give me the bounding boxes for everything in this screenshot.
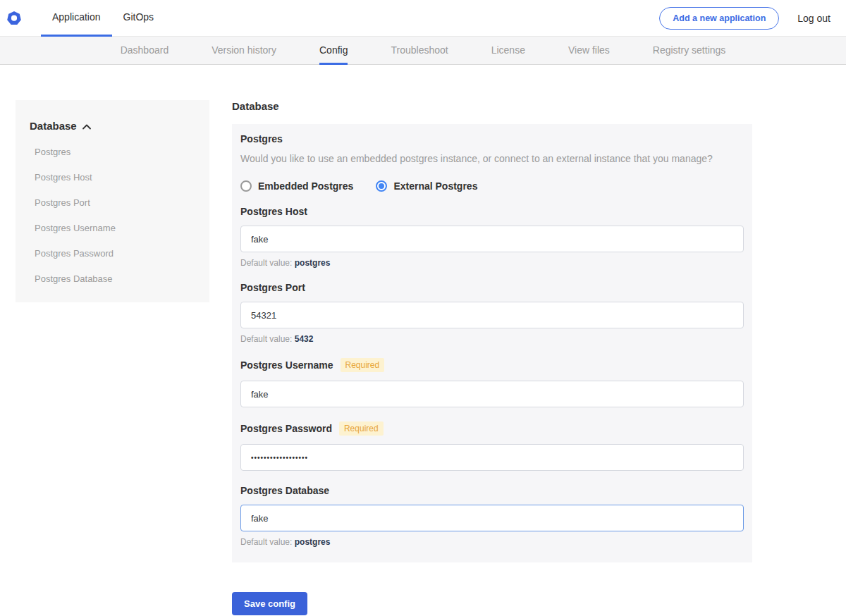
subnav-item-config[interactable]: Config <box>319 37 348 65</box>
radio-label: Embedded Postgres <box>258 180 353 192</box>
postgres-username-input[interactable] <box>240 381 744 407</box>
field-postgres-database: Postgres Database Default value: postgre… <box>240 485 744 547</box>
required-badge: Required <box>339 421 384 436</box>
sidebar-item-postgres-username[interactable]: Postgres Username <box>30 223 195 233</box>
field-label: Postgres Port <box>240 282 305 293</box>
postgres-database-input[interactable] <box>240 505 744 531</box>
subnav-item-view-files[interactable]: View files <box>568 37 610 65</box>
tab-gitops[interactable]: GitOps <box>112 0 166 37</box>
field-postgres-port: Postgres Port Default value: 5432 <box>240 282 744 344</box>
sidebar-item-postgres-database[interactable]: Postgres Database <box>30 273 195 284</box>
radio-checked-icon <box>376 180 387 192</box>
database-config-panel: Postgres Would you like to use an embedd… <box>232 124 752 562</box>
sidebar-group-label: Database <box>30 120 77 132</box>
topnav-right: Add a new application Log out <box>659 7 846 30</box>
logout-link[interactable]: Log out <box>797 13 830 24</box>
subnav-item-license[interactable]: License <box>491 37 525 65</box>
radio-label: External Postgres <box>393 180 477 192</box>
radio-unchecked-icon <box>240 180 252 192</box>
app-sub-nav: Dashboard Version history Config Trouble… <box>0 37 846 65</box>
subnav-item-troubleshoot[interactable]: Troubleshoot <box>391 37 448 65</box>
subnav-item-registry-settings[interactable]: Registry settings <box>653 37 725 65</box>
field-label: Postgres Database <box>240 485 329 496</box>
config-sidebar: Database Postgres Postgres Host Postgres… <box>16 100 209 302</box>
default-value: 5432 <box>295 334 314 344</box>
required-badge: Required <box>341 358 385 372</box>
default-value-label: Default value: <box>240 258 292 268</box>
default-value: postgres <box>295 258 331 268</box>
postgres-host-input[interactable] <box>240 226 744 252</box>
postgres-help-text: Would you like to use an embedded postgr… <box>240 153 744 164</box>
subnav-item-dashboard[interactable]: Dashboard <box>121 37 169 65</box>
top-tabs: Application GitOps <box>41 0 165 37</box>
field-label: Postgres Username <box>240 359 333 371</box>
postgres-mode-radio-group: Embedded Postgres External Postgres <box>240 180 744 192</box>
radio-external-postgres[interactable]: External Postgres <box>376 180 477 192</box>
default-value: postgres <box>295 537 331 547</box>
chevron-up-icon <box>82 120 91 132</box>
radio-embedded-postgres[interactable]: Embedded Postgres <box>240 180 353 192</box>
app-logo-icon[interactable] <box>7 11 21 25</box>
sidebar-item-postgres-port[interactable]: Postgres Port <box>30 197 195 208</box>
add-new-application-button[interactable]: Add a new application <box>659 7 779 30</box>
postgres-password-input[interactable] <box>240 444 744 471</box>
field-label: Postgres Host <box>240 206 307 217</box>
default-value-row: Default value: postgres <box>240 258 744 268</box>
sidebar-item-postgres-password[interactable]: Postgres Password <box>30 248 195 259</box>
field-postgres-host: Postgres Host Default value: postgres <box>240 206 744 268</box>
config-page: Database Postgres Postgres Host Postgres… <box>0 65 846 615</box>
subnav-item-version-history[interactable]: Version history <box>212 37 276 65</box>
sidebar-item-postgres[interactable]: Postgres <box>30 147 195 157</box>
config-main: Database Postgres Would you like to use … <box>232 100 752 615</box>
field-postgres-password: Postgres Password Required <box>240 421 744 471</box>
sidebar-item-postgres-host[interactable]: Postgres Host <box>30 172 195 183</box>
tab-application[interactable]: Application <box>41 0 112 37</box>
field-label: Postgres Password <box>240 423 332 434</box>
sidebar-item-list: Postgres Postgres Host Postgres Port Pos… <box>30 147 195 284</box>
postgres-group-label: Postgres <box>240 133 744 144</box>
default-value-label: Default value: <box>240 334 292 344</box>
sidebar-group-database[interactable]: Database <box>30 120 195 132</box>
default-value-label: Default value: <box>240 537 292 547</box>
field-postgres-username: Postgres Username Required <box>240 358 744 407</box>
top-nav: Application GitOps Add a new application… <box>0 0 846 37</box>
default-value-row: Default value: postgres <box>240 537 744 547</box>
default-value-row: Default value: 5432 <box>240 334 744 344</box>
postgres-port-input[interactable] <box>240 302 744 328</box>
save-config-button[interactable]: Save config <box>232 592 307 615</box>
section-title: Database <box>232 100 752 112</box>
